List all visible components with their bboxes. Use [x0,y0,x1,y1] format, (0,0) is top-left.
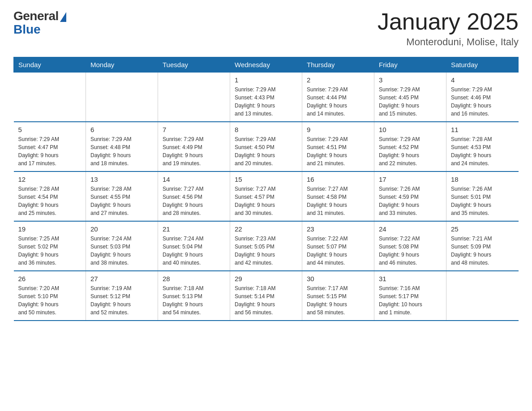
day-info: Sunrise: 7:24 AM Sunset: 5:04 PM Dayligh… [163,235,225,267]
day-info: Sunrise: 7:21 AM Sunset: 5:09 PM Dayligh… [451,235,514,267]
day-number: 26 [18,275,82,283]
calendar-week-row: 19Sunrise: 7:25 AM Sunset: 5:02 PM Dayli… [14,221,519,271]
day-info: Sunrise: 7:18 AM Sunset: 5:14 PM Dayligh… [235,284,297,317]
day-info: Sunrise: 7:29 AM Sunset: 4:52 PM Dayligh… [379,135,442,167]
calendar-cell: 31Sunrise: 7:16 AM Sunset: 5:17 PM Dayli… [374,271,446,321]
calendar-cell [158,73,230,122]
day-info: Sunrise: 7:28 AM Sunset: 4:53 PM Dayligh… [451,135,514,167]
calendar-cell: 17Sunrise: 7:26 AM Sunset: 4:59 PM Dayli… [374,171,446,221]
calendar-header: SundayMondayTuesdayWednesdayThursdayFrid… [14,57,519,73]
page-header: General Blue January 2025 Monteroduni, M… [13,9,519,48]
calendar-cell: 25Sunrise: 7:21 AM Sunset: 5:09 PM Dayli… [446,221,519,271]
day-info: Sunrise: 7:29 AM Sunset: 4:50 PM Dayligh… [235,135,297,167]
day-info: Sunrise: 7:26 AM Sunset: 5:01 PM Dayligh… [451,185,514,217]
weekday-header-sunday: Sunday [14,57,86,73]
calendar-cell: 21Sunrise: 7:24 AM Sunset: 5:04 PM Dayli… [158,221,230,271]
day-number: 17 [379,176,442,183]
day-info: Sunrise: 7:27 AM Sunset: 4:57 PM Dayligh… [235,185,297,217]
day-number: 2 [307,76,369,84]
logo-general-text: General [13,9,59,23]
weekday-header-friday: Friday [374,57,446,73]
day-info: Sunrise: 7:29 AM Sunset: 4:48 PM Dayligh… [90,135,153,167]
weekday-header-monday: Monday [86,57,158,73]
calendar-week-row: 26Sunrise: 7:20 AM Sunset: 5:10 PM Dayli… [14,271,519,321]
calendar-cell: 10Sunrise: 7:29 AM Sunset: 4:52 PM Dayli… [374,122,446,171]
calendar-cell: 24Sunrise: 7:22 AM Sunset: 5:08 PM Dayli… [374,221,446,271]
day-number: 11 [451,126,514,133]
calendar-week-row: 5Sunrise: 7:29 AM Sunset: 4:47 PM Daylig… [14,122,519,171]
location-text: Monteroduni, Molise, Italy [378,36,519,48]
calendar-cell: 20Sunrise: 7:24 AM Sunset: 5:03 PM Dayli… [86,221,158,271]
calendar-cell: 26Sunrise: 7:20 AM Sunset: 5:10 PM Dayli… [14,271,86,321]
day-info: Sunrise: 7:16 AM Sunset: 5:17 PM Dayligh… [379,284,442,317]
day-info: Sunrise: 7:25 AM Sunset: 5:02 PM Dayligh… [18,235,82,267]
calendar-cell: 18Sunrise: 7:26 AM Sunset: 5:01 PM Dayli… [446,171,519,221]
day-number: 19 [18,225,82,233]
day-number: 3 [379,76,442,84]
calendar-cell: 28Sunrise: 7:18 AM Sunset: 5:13 PM Dayli… [158,271,230,321]
calendar-cell: 7Sunrise: 7:29 AM Sunset: 4:49 PM Daylig… [158,122,230,171]
day-number: 30 [307,275,369,283]
day-number: 18 [451,176,514,183]
title-section: January 2025 Monteroduni, Molise, Italy [378,9,519,48]
day-number: 4 [451,76,514,84]
logo-triangle-icon [60,12,66,22]
day-info: Sunrise: 7:29 AM Sunset: 4:47 PM Dayligh… [18,135,82,167]
day-number: 24 [379,225,442,233]
calendar-cell [446,271,519,321]
calendar-cell: 8Sunrise: 7:29 AM Sunset: 4:50 PM Daylig… [230,122,302,171]
day-number: 10 [379,126,442,133]
calendar-cell: 14Sunrise: 7:27 AM Sunset: 4:56 PM Dayli… [158,171,230,221]
logo: General Blue [13,9,66,37]
calendar-week-row: 12Sunrise: 7:28 AM Sunset: 4:54 PM Dayli… [14,171,519,221]
calendar-cell: 6Sunrise: 7:29 AM Sunset: 4:48 PM Daylig… [86,122,158,171]
day-number: 16 [307,176,369,183]
day-number: 9 [307,126,369,133]
day-info: Sunrise: 7:26 AM Sunset: 4:59 PM Dayligh… [379,185,442,217]
calendar-cell: 30Sunrise: 7:17 AM Sunset: 5:15 PM Dayli… [302,271,374,321]
calendar-cell: 2Sunrise: 7:29 AM Sunset: 4:44 PM Daylig… [302,73,374,122]
day-info: Sunrise: 7:22 AM Sunset: 5:07 PM Dayligh… [307,235,369,267]
calendar-cell: 16Sunrise: 7:27 AM Sunset: 4:58 PM Dayli… [302,171,374,221]
calendar-cell [14,73,86,122]
weekday-header-wednesday: Wednesday [230,57,302,73]
day-info: Sunrise: 7:29 AM Sunset: 4:44 PM Dayligh… [307,86,369,118]
day-number: 15 [235,176,297,183]
calendar-cell: 19Sunrise: 7:25 AM Sunset: 5:02 PM Dayli… [14,221,86,271]
calendar-cell: 1Sunrise: 7:29 AM Sunset: 4:43 PM Daylig… [230,73,302,122]
calendar-cell: 9Sunrise: 7:29 AM Sunset: 4:51 PM Daylig… [302,122,374,171]
day-info: Sunrise: 7:27 AM Sunset: 4:58 PM Dayligh… [307,185,369,217]
day-number: 28 [163,275,225,283]
day-number: 8 [235,126,297,133]
calendar-cell: 3Sunrise: 7:29 AM Sunset: 4:45 PM Daylig… [374,73,446,122]
calendar-week-row: 1Sunrise: 7:29 AM Sunset: 4:43 PM Daylig… [14,73,519,122]
day-info: Sunrise: 7:20 AM Sunset: 5:10 PM Dayligh… [18,284,82,317]
calendar-cell: 11Sunrise: 7:28 AM Sunset: 4:53 PM Dayli… [446,122,519,171]
day-info: Sunrise: 7:29 AM Sunset: 4:43 PM Dayligh… [235,86,297,118]
day-number: 20 [90,225,153,233]
weekday-header-saturday: Saturday [446,57,519,73]
day-info: Sunrise: 7:17 AM Sunset: 5:15 PM Dayligh… [307,284,369,317]
day-info: Sunrise: 7:29 AM Sunset: 4:46 PM Dayligh… [451,86,514,118]
calendar-cell: 13Sunrise: 7:28 AM Sunset: 4:55 PM Dayli… [86,171,158,221]
calendar-cell: 23Sunrise: 7:22 AM Sunset: 5:07 PM Dayli… [302,221,374,271]
day-number: 14 [163,176,225,183]
calendar-cell: 29Sunrise: 7:18 AM Sunset: 5:14 PM Dayli… [230,271,302,321]
calendar-cell: 5Sunrise: 7:29 AM Sunset: 4:47 PM Daylig… [14,122,86,171]
day-number: 22 [235,225,297,233]
month-title: January 2025 [378,9,519,34]
day-info: Sunrise: 7:19 AM Sunset: 5:12 PM Dayligh… [90,284,153,317]
day-number: 1 [235,76,297,84]
calendar-body: 1Sunrise: 7:29 AM Sunset: 4:43 PM Daylig… [14,73,519,321]
day-info: Sunrise: 7:18 AM Sunset: 5:13 PM Dayligh… [163,284,225,317]
day-info: Sunrise: 7:27 AM Sunset: 4:56 PM Dayligh… [163,185,225,217]
day-number: 23 [307,225,369,233]
day-info: Sunrise: 7:24 AM Sunset: 5:03 PM Dayligh… [90,235,153,267]
day-number: 31 [379,275,442,283]
weekday-header-tuesday: Tuesday [158,57,230,73]
calendar-cell: 4Sunrise: 7:29 AM Sunset: 4:46 PM Daylig… [446,73,519,122]
weekday-header-row: SundayMondayTuesdayWednesdayThursdayFrid… [14,57,519,73]
day-number: 6 [90,126,153,133]
day-number: 12 [18,176,82,183]
day-info: Sunrise: 7:22 AM Sunset: 5:08 PM Dayligh… [379,235,442,267]
